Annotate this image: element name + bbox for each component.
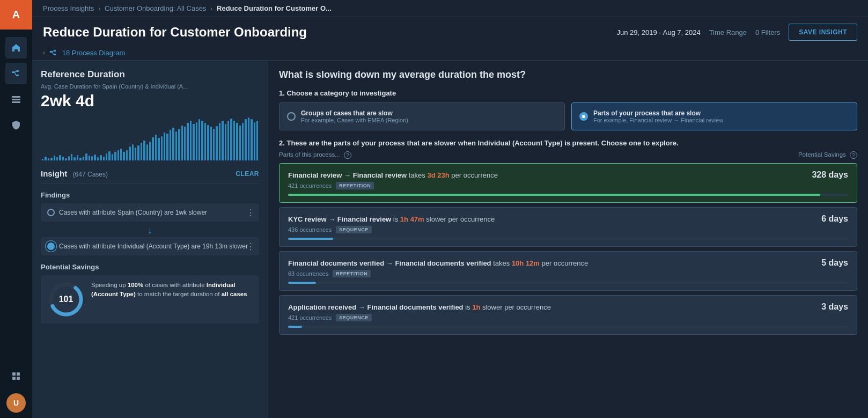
chart-bar: [198, 119, 200, 160]
chart-bar: [187, 123, 188, 160]
shield-icon: [11, 120, 21, 130]
chart-bar: [114, 152, 116, 160]
process-row-4[interactable]: Application received → Financial documen…: [279, 295, 857, 335]
process-row-2[interactable]: KYC review → Financial review is 1h 47m …: [279, 207, 857, 247]
chart-bar: [166, 134, 168, 160]
row2-progress-fill: [288, 238, 333, 240]
row3-occurrences: 63 occurrences: [288, 270, 328, 277]
chart-bar: [225, 124, 226, 160]
row3-meta: 63 occurrences REPETITION: [288, 270, 848, 277]
savings-help-icon[interactable]: ?: [850, 151, 857, 159]
chart-bar: [59, 155, 61, 160]
svg-rect-0: [12, 71, 14, 73]
chart-bar: [100, 155, 101, 160]
row2-days: 6 days: [821, 214, 848, 224]
row1-time: 3d 23h: [427, 171, 449, 179]
chart-bar: [62, 157, 64, 160]
row2-time: 1h 47m: [400, 215, 424, 223]
row2-to: Financial review: [337, 215, 391, 223]
chart-bar: [45, 157, 46, 160]
row3-progress-fill: [288, 282, 316, 284]
process-row-1[interactable]: Financial review → Financial review take…: [279, 163, 857, 203]
category-option-2[interactable]: Parts of your process that are slow For …: [571, 102, 857, 130]
chart-bar: [170, 130, 171, 160]
row2-meta: 436 occurrences SEQUENCE: [288, 226, 848, 233]
chart-bar: [184, 127, 186, 160]
chart-bar: [216, 126, 217, 160]
row1-days: 328 days: [812, 170, 848, 180]
finding-radio-1: [47, 209, 55, 216]
parts-help-icon[interactable]: ?: [344, 151, 351, 159]
chart-bar: [230, 119, 232, 160]
chart-bar: [73, 157, 75, 160]
clear-button[interactable]: CLEAR: [236, 170, 259, 178]
row3-progress-wrap: [288, 282, 848, 284]
svg-rect-14: [54, 54, 56, 55]
breadcrumb-customer-onboarding[interactable]: Customer Onboarding: All Cases: [105, 4, 206, 12]
breadcrumb: Process Insights › Customer Onboarding: …: [32, 0, 868, 17]
chart-bar: [213, 129, 215, 160]
row3-badge: REPETITION: [333, 270, 371, 277]
chart-bar: [219, 123, 220, 160]
potential-savings-title: Potential Savings: [41, 263, 259, 271]
svg-rect-10: [12, 377, 16, 380]
chart-bar: [149, 142, 151, 160]
nav-process-insights[interactable]: [5, 63, 27, 84]
process-diagram-chevron: ›: [43, 49, 45, 56]
chart-bar: [248, 118, 249, 160]
home-icon: [11, 42, 21, 53]
date-label: Time Range: [709, 28, 747, 36]
chart-bar: [164, 133, 165, 160]
savings-header-label: Potential Savings: [798, 151, 846, 158]
nav-shield[interactable]: [5, 114, 27, 136]
nav-bottom: U: [5, 363, 27, 413]
user-avatar[interactable]: U: [6, 393, 26, 413]
category-option-1[interactable]: Groups of cases that are slow For exampl…: [279, 102, 565, 130]
duration-chart: [41, 114, 259, 163]
row1-meta: 421 occurrences REPETITION: [288, 182, 848, 189]
chart-bar: [190, 121, 192, 160]
nav-home[interactable]: [5, 37, 27, 58]
date-range: Jun 29, 2019 - Aug 7, 2024: [617, 28, 701, 36]
chart-bar: [68, 156, 70, 160]
app-logo[interactable]: A: [0, 0, 32, 30]
chart-bar: [242, 123, 244, 160]
ref-duration-value: 2wk 4d: [41, 92, 259, 110]
chart-bar: [172, 128, 174, 160]
process-diagram-toggle[interactable]: › 18 Process Diagram: [32, 45, 868, 61]
chart-bar: [71, 154, 72, 160]
breadcrumb-current: Reduce Duration for Customer O...: [217, 4, 332, 12]
row4-to: Financial documents verified: [367, 303, 463, 311]
nav-grid[interactable]: [5, 365, 27, 387]
chart-bar: [126, 150, 128, 160]
parts-header: Parts of this process... ? Potential Sav…: [279, 151, 857, 159]
nav-data[interactable]: [5, 89, 27, 110]
chart-bar: [117, 150, 119, 160]
chart-bar: [132, 144, 134, 160]
chart-bar: [56, 157, 58, 160]
svg-rect-8: [12, 372, 16, 376]
chart-bar: [97, 157, 99, 160]
finding-item-1[interactable]: Cases with attribute Spain (Country) are…: [41, 203, 259, 222]
svg-rect-7: [12, 101, 20, 103]
finding-menu-1[interactable]: ⋮: [246, 208, 255, 218]
finding-menu-2[interactable]: ⋮: [246, 241, 255, 252]
chart-bar: [108, 151, 110, 160]
right-panel: What is slowing down my average duration…: [268, 61, 868, 418]
svg-rect-5: [12, 96, 20, 98]
chart-bar: [135, 148, 136, 160]
process-row-3[interactable]: Financial documents verified → Financial…: [279, 251, 857, 291]
breadcrumb-process-insights[interactable]: Process Insights: [43, 4, 94, 12]
svg-line-3: [14, 71, 16, 72]
chart-bar: [158, 138, 159, 160]
row1-progress-wrap: [288, 194, 848, 196]
option2-title: Parts of your process that are slow: [593, 109, 723, 117]
page-header: Reduce Duration for Customer Onboarding …: [32, 17, 868, 45]
svg-line-4: [14, 72, 16, 76]
chart-bar: [236, 123, 238, 160]
finding-item-2[interactable]: Cases with attribute Individual (Account…: [41, 237, 259, 255]
page-title: Reduce Duration for Customer Onboarding: [43, 25, 307, 40]
row1-progress-fill: [288, 194, 820, 196]
save-insight-button[interactable]: SAVE INSIGHT: [789, 24, 857, 41]
svg-line-16: [52, 52, 54, 55]
